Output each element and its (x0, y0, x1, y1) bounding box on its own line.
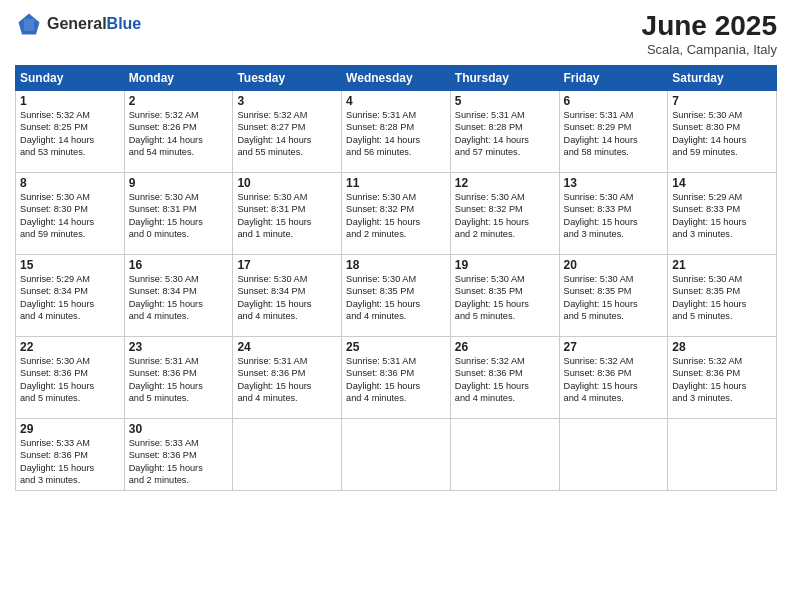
day-number: 18 (346, 258, 446, 272)
day-number: 30 (129, 422, 229, 436)
cell-info: Sunrise: 5:30 AM Sunset: 8:31 PM Dayligh… (129, 191, 229, 241)
table-row: 17Sunrise: 5:30 AM Sunset: 8:34 PM Dayli… (233, 255, 342, 337)
table-row: 2Sunrise: 5:32 AM Sunset: 8:26 PM Daylig… (124, 91, 233, 173)
cell-info: Sunrise: 5:29 AM Sunset: 8:34 PM Dayligh… (20, 273, 120, 323)
day-number: 29 (20, 422, 120, 436)
logo-text: GeneralBlue (47, 15, 141, 33)
cell-info: Sunrise: 5:32 AM Sunset: 8:26 PM Dayligh… (129, 109, 229, 159)
month-year: June 2025 (642, 10, 777, 42)
table-row: 4Sunrise: 5:31 AM Sunset: 8:28 PM Daylig… (342, 91, 451, 173)
table-row: 11Sunrise: 5:30 AM Sunset: 8:32 PM Dayli… (342, 173, 451, 255)
day-number: 22 (20, 340, 120, 354)
table-row: 28Sunrise: 5:32 AM Sunset: 8:36 PM Dayli… (668, 337, 777, 419)
day-number: 1 (20, 94, 120, 108)
table-row: 10Sunrise: 5:30 AM Sunset: 8:31 PM Dayli… (233, 173, 342, 255)
table-row: 24Sunrise: 5:31 AM Sunset: 8:36 PM Dayli… (233, 337, 342, 419)
day-number: 2 (129, 94, 229, 108)
cell-info: Sunrise: 5:30 AM Sunset: 8:35 PM Dayligh… (346, 273, 446, 323)
cell-info: Sunrise: 5:31 AM Sunset: 8:28 PM Dayligh… (346, 109, 446, 159)
cell-info: Sunrise: 5:32 AM Sunset: 8:36 PM Dayligh… (672, 355, 772, 405)
table-row: 29Sunrise: 5:33 AM Sunset: 8:36 PM Dayli… (16, 419, 125, 491)
day-number: 19 (455, 258, 555, 272)
table-row: 13Sunrise: 5:30 AM Sunset: 8:33 PM Dayli… (559, 173, 668, 255)
cell-info: Sunrise: 5:31 AM Sunset: 8:36 PM Dayligh… (237, 355, 337, 405)
logo: GeneralBlue (15, 10, 141, 38)
day-number: 12 (455, 176, 555, 190)
calendar-week-row: 29Sunrise: 5:33 AM Sunset: 8:36 PM Dayli… (16, 419, 777, 491)
day-number: 4 (346, 94, 446, 108)
cell-info: Sunrise: 5:31 AM Sunset: 8:28 PM Dayligh… (455, 109, 555, 159)
day-number: 5 (455, 94, 555, 108)
table-row (342, 419, 451, 491)
calendar-week-row: 1Sunrise: 5:32 AM Sunset: 8:25 PM Daylig… (16, 91, 777, 173)
calendar-week-row: 8Sunrise: 5:30 AM Sunset: 8:30 PM Daylig… (16, 173, 777, 255)
svg-rect-2 (24, 19, 35, 31)
day-number: 13 (564, 176, 664, 190)
table-row: 30Sunrise: 5:33 AM Sunset: 8:36 PM Dayli… (124, 419, 233, 491)
table-row: 5Sunrise: 5:31 AM Sunset: 8:28 PM Daylig… (450, 91, 559, 173)
day-number: 14 (672, 176, 772, 190)
cell-info: Sunrise: 5:31 AM Sunset: 8:36 PM Dayligh… (129, 355, 229, 405)
calendar-header-row: Sunday Monday Tuesday Wednesday Thursday… (16, 66, 777, 91)
col-friday: Friday (559, 66, 668, 91)
logo-blue: Blue (107, 15, 142, 32)
cell-info: Sunrise: 5:31 AM Sunset: 8:29 PM Dayligh… (564, 109, 664, 159)
cell-info: Sunrise: 5:30 AM Sunset: 8:34 PM Dayligh… (237, 273, 337, 323)
cell-info: Sunrise: 5:30 AM Sunset: 8:31 PM Dayligh… (237, 191, 337, 241)
table-row: 25Sunrise: 5:31 AM Sunset: 8:36 PM Dayli… (342, 337, 451, 419)
page: GeneralBlue June 2025 Scala, Campania, I… (0, 0, 792, 612)
day-number: 10 (237, 176, 337, 190)
calendar-week-row: 22Sunrise: 5:30 AM Sunset: 8:36 PM Dayli… (16, 337, 777, 419)
cell-info: Sunrise: 5:32 AM Sunset: 8:27 PM Dayligh… (237, 109, 337, 159)
cell-info: Sunrise: 5:30 AM Sunset: 8:30 PM Dayligh… (672, 109, 772, 159)
day-number: 8 (20, 176, 120, 190)
day-number: 21 (672, 258, 772, 272)
cell-info: Sunrise: 5:30 AM Sunset: 8:36 PM Dayligh… (20, 355, 120, 405)
logo-icon (15, 10, 43, 38)
table-row: 20Sunrise: 5:30 AM Sunset: 8:35 PM Dayli… (559, 255, 668, 337)
day-number: 27 (564, 340, 664, 354)
table-row: 27Sunrise: 5:32 AM Sunset: 8:36 PM Dayli… (559, 337, 668, 419)
day-number: 7 (672, 94, 772, 108)
cell-info: Sunrise: 5:30 AM Sunset: 8:33 PM Dayligh… (564, 191, 664, 241)
day-number: 15 (20, 258, 120, 272)
cell-info: Sunrise: 5:32 AM Sunset: 8:36 PM Dayligh… (564, 355, 664, 405)
day-number: 16 (129, 258, 229, 272)
day-number: 28 (672, 340, 772, 354)
table-row: 21Sunrise: 5:30 AM Sunset: 8:35 PM Dayli… (668, 255, 777, 337)
day-number: 9 (129, 176, 229, 190)
table-row: 3Sunrise: 5:32 AM Sunset: 8:27 PM Daylig… (233, 91, 342, 173)
table-row: 23Sunrise: 5:31 AM Sunset: 8:36 PM Dayli… (124, 337, 233, 419)
calendar-week-row: 15Sunrise: 5:29 AM Sunset: 8:34 PM Dayli… (16, 255, 777, 337)
cell-info: Sunrise: 5:30 AM Sunset: 8:32 PM Dayligh… (455, 191, 555, 241)
cell-info: Sunrise: 5:30 AM Sunset: 8:35 PM Dayligh… (455, 273, 555, 323)
table-row (668, 419, 777, 491)
day-number: 17 (237, 258, 337, 272)
cell-info: Sunrise: 5:31 AM Sunset: 8:36 PM Dayligh… (346, 355, 446, 405)
cell-info: Sunrise: 5:30 AM Sunset: 8:32 PM Dayligh… (346, 191, 446, 241)
table-row: 15Sunrise: 5:29 AM Sunset: 8:34 PM Dayli… (16, 255, 125, 337)
col-wednesday: Wednesday (342, 66, 451, 91)
table-row (559, 419, 668, 491)
calendar: Sunday Monday Tuesday Wednesday Thursday… (15, 65, 777, 491)
table-row (450, 419, 559, 491)
table-row: 12Sunrise: 5:30 AM Sunset: 8:32 PM Dayli… (450, 173, 559, 255)
col-saturday: Saturday (668, 66, 777, 91)
col-monday: Monday (124, 66, 233, 91)
cell-info: Sunrise: 5:29 AM Sunset: 8:33 PM Dayligh… (672, 191, 772, 241)
table-row: 16Sunrise: 5:30 AM Sunset: 8:34 PM Dayli… (124, 255, 233, 337)
location: Scala, Campania, Italy (642, 42, 777, 57)
cell-info: Sunrise: 5:33 AM Sunset: 8:36 PM Dayligh… (20, 437, 120, 487)
table-row: 22Sunrise: 5:30 AM Sunset: 8:36 PM Dayli… (16, 337, 125, 419)
header: GeneralBlue June 2025 Scala, Campania, I… (15, 10, 777, 57)
col-tuesday: Tuesday (233, 66, 342, 91)
cell-info: Sunrise: 5:33 AM Sunset: 8:36 PM Dayligh… (129, 437, 229, 487)
title-block: June 2025 Scala, Campania, Italy (642, 10, 777, 57)
day-number: 24 (237, 340, 337, 354)
day-number: 26 (455, 340, 555, 354)
cell-info: Sunrise: 5:32 AM Sunset: 8:25 PM Dayligh… (20, 109, 120, 159)
table-row: 14Sunrise: 5:29 AM Sunset: 8:33 PM Dayli… (668, 173, 777, 255)
day-number: 3 (237, 94, 337, 108)
table-row: 1Sunrise: 5:32 AM Sunset: 8:25 PM Daylig… (16, 91, 125, 173)
table-row: 7Sunrise: 5:30 AM Sunset: 8:30 PM Daylig… (668, 91, 777, 173)
